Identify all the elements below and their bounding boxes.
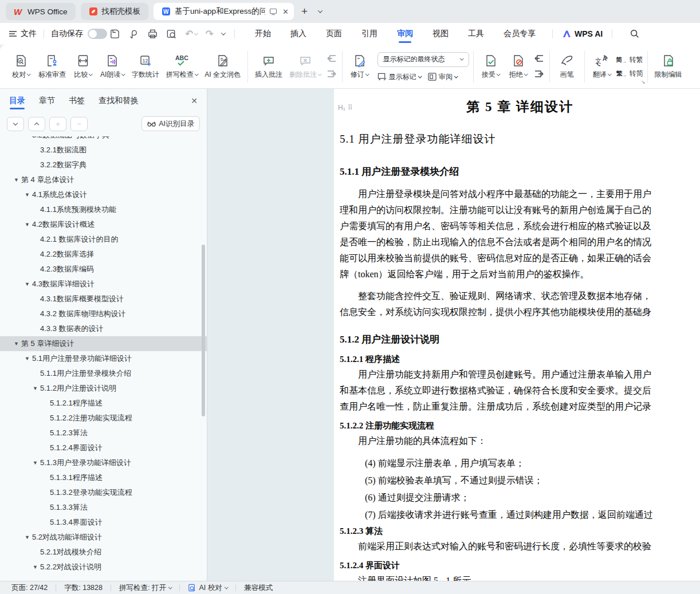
- outline-item[interactable]: 5.1.2.2注册功能实现流程: [0, 411, 207, 426]
- outline-item[interactable]: ▼4.2数据库设计概述: [0, 217, 207, 232]
- customize-toolbar-chevron-icon[interactable]: [221, 30, 226, 35]
- outline-item[interactable]: 5.1.3.3算法: [0, 500, 207, 515]
- outline-item[interactable]: 5.1.3.1程序描述: [0, 470, 207, 485]
- outline-item[interactable]: ▼5.1.3用户登录功能详细设计: [0, 455, 207, 470]
- tab-docer[interactable]: 找稻壳模板: [81, 3, 149, 20]
- menu-view[interactable]: 视图: [423, 23, 458, 45]
- print-preview-icon[interactable]: [166, 29, 177, 40]
- group-expand-icon[interactable]: ↘: [641, 79, 646, 85]
- sidebar-tab-contents[interactable]: 目录: [9, 89, 25, 113]
- outline-item[interactable]: 4.2.3数据库编码: [0, 262, 207, 277]
- outline-item[interactable]: 5.2.1对战模块介绍: [0, 545, 207, 560]
- next-change-icon[interactable]: [534, 70, 544, 79]
- menu-reference[interactable]: 引用: [352, 23, 387, 45]
- file-menu[interactable]: 文件: [9, 29, 37, 39]
- outline-item[interactable]: 4.3.3 数据表的设计: [0, 321, 207, 336]
- ai-polish-button[interactable]: AI 全文润色: [202, 52, 243, 81]
- previous-comment-icon[interactable]: [327, 55, 337, 64]
- menu-member[interactable]: 会员专享: [494, 23, 545, 45]
- redo-button[interactable]: ↷: [206, 28, 214, 40]
- track-changes-button[interactable]: 修订: [347, 52, 373, 81]
- compatibility-mode-indicator[interactable]: 兼容模式: [241, 583, 276, 593]
- insert-comment-button[interactable]: 插入批注: [252, 52, 285, 81]
- markup-state-dropdown[interactable]: 显示标记的最终状态: [377, 52, 469, 67]
- outline-item[interactable]: ▼5.2.2对战设计说明: [0, 560, 207, 575]
- document-page[interactable]: H₁ ⠿ 第 5 章 详细设计5.1 用户注册登录功能详细设计5.1.1 用户注…: [334, 89, 700, 581]
- search-icon[interactable]: [630, 29, 640, 39]
- expand-arrow-icon[interactable]: ▼: [33, 564, 40, 570]
- menu-tools[interactable]: 工具: [458, 23, 494, 45]
- word-count-button[interactable]: 12 字数统计: [129, 52, 162, 81]
- outline-item[interactable]: 5.1.1用户注册登录模块介绍: [0, 366, 207, 381]
- sidebar-close-icon[interactable]: ✕: [191, 96, 198, 105]
- expand-arrow-icon[interactable]: ▼: [25, 281, 32, 287]
- ai-recognize-toc-button[interactable]: AI识别目录: [141, 116, 200, 131]
- outline-item[interactable]: 3.2.2数据字典: [0, 158, 207, 172]
- expand-arrow-icon[interactable]: ▼: [14, 177, 21, 183]
- to-simplified-button[interactable]: 繁→ 转简: [616, 69, 643, 78]
- accept-change-button[interactable]: 接受: [478, 52, 504, 81]
- outline-item[interactable]: 5.1.3.4界面设计: [0, 515, 207, 530]
- save-icon[interactable]: [109, 29, 120, 40]
- standard-review-button[interactable]: 标准审查: [36, 52, 69, 81]
- outline-item[interactable]: 5.1.2.1程序描述: [0, 396, 207, 411]
- tab-list-chevron-icon[interactable]: [318, 8, 323, 13]
- expand-arrow-icon[interactable]: ▼: [33, 460, 40, 466]
- spell-check-button[interactable]: ABC 拼写检查: [163, 52, 201, 81]
- restrict-editing-button[interactable]: 限制编辑: [652, 52, 685, 81]
- outline-item[interactable]: ▼第 4 章总体设计: [0, 172, 207, 187]
- outline-item[interactable]: 3.2.1数据流图: [0, 143, 207, 158]
- ai-proofread-indicator[interactable]: AI 校对: [184, 583, 231, 593]
- outline-item[interactable]: ▼4.3数据库详细设计: [0, 277, 207, 292]
- translate-button[interactable]: 文 A 翻译: [589, 52, 615, 81]
- menu-home[interactable]: 开始: [245, 23, 281, 45]
- ai-read-aloud-button[interactable]: AI朗读: [97, 52, 128, 81]
- outline-collapse-button[interactable]: [28, 117, 45, 131]
- outline-item[interactable]: 4.3.1数据库概要模型设计: [0, 292, 207, 306]
- tab-document[interactable]: W 基于uni-app和Express的问答 ✕: [154, 3, 294, 20]
- sidebar-tab-chapters[interactable]: 章节: [39, 89, 55, 113]
- next-comment-icon[interactable]: [327, 70, 337, 79]
- new-tab-icon[interactable]: +: [301, 5, 308, 18]
- expand-arrow-icon[interactable]: ▼: [33, 385, 40, 391]
- outline-item[interactable]: 3.2数据流图与数据字典: [0, 136, 207, 143]
- ink-brush-button[interactable]: 画笔: [554, 52, 580, 81]
- outline-item[interactable]: 4.1.1系统预测模块功能: [0, 202, 207, 217]
- tab-wps-office[interactable]: W WPS Office: [6, 3, 76, 20]
- undo-button[interactable]: ↶: [185, 28, 198, 40]
- autosave-toggle[interactable]: [88, 29, 107, 39]
- outline-item[interactable]: ▼5.1.2用户注册设计说明: [0, 381, 207, 396]
- outline-item[interactable]: ▼4.1系统总体设计: [0, 187, 207, 202]
- expand-arrow-icon[interactable]: ▼: [25, 192, 32, 198]
- previous-change-icon[interactable]: [534, 55, 544, 64]
- monitor-icon[interactable]: [269, 8, 277, 15]
- menu-insert[interactable]: 插入: [281, 23, 316, 45]
- menu-review[interactable]: 审阅: [387, 23, 423, 45]
- sidebar-tab-bookmarks[interactable]: 书签: [69, 89, 85, 113]
- word-count-indicator[interactable]: 字数: 13828: [61, 583, 106, 593]
- format-painter-icon[interactable]: [128, 29, 139, 40]
- outline-item[interactable]: 5.1.2.4界面设计: [0, 440, 207, 455]
- spell-check-indicator[interactable]: 拼写检查: 打开: [116, 583, 175, 593]
- heading-level-marker[interactable]: H₁ ⠿: [338, 104, 353, 112]
- menu-page[interactable]: 页面: [316, 23, 352, 45]
- outline-item[interactable]: 5.1.2.3算法: [0, 426, 207, 440]
- sidebar-scrollbar[interactable]: [202, 245, 205, 416]
- outline-item[interactable]: ▼5.1用户注册登录功能详细设计: [0, 351, 207, 366]
- outline-item[interactable]: 4.2.1 数据库设计的目的: [0, 232, 207, 247]
- compare-button[interactable]: 比较: [70, 52, 96, 81]
- outline-expand-button[interactable]: [7, 117, 24, 131]
- outline-item[interactable]: 4.2.2数据库选择: [0, 247, 207, 262]
- expand-arrow-icon[interactable]: ▼: [25, 534, 32, 540]
- expand-arrow-icon[interactable]: ▼: [25, 222, 32, 227]
- drag-handle-icon[interactable]: ⠿: [348, 104, 353, 112]
- reject-change-button[interactable]: 拒绝: [505, 52, 532, 81]
- sidebar-tab-find-replace[interactable]: 查找和替换: [99, 89, 139, 113]
- review-pane-button[interactable]: 审阅: [428, 72, 458, 82]
- print-icon[interactable]: [147, 29, 158, 40]
- proofread-button[interactable]: 校对: [8, 52, 34, 81]
- outline-item[interactable]: ▼第 5 章详细设计: [0, 336, 207, 351]
- outline-item[interactable]: ▼5.2对战功能详细设计: [0, 530, 207, 545]
- expand-arrow-icon[interactable]: ▼: [25, 356, 32, 361]
- expand-arrow-icon[interactable]: ▼: [14, 341, 21, 347]
